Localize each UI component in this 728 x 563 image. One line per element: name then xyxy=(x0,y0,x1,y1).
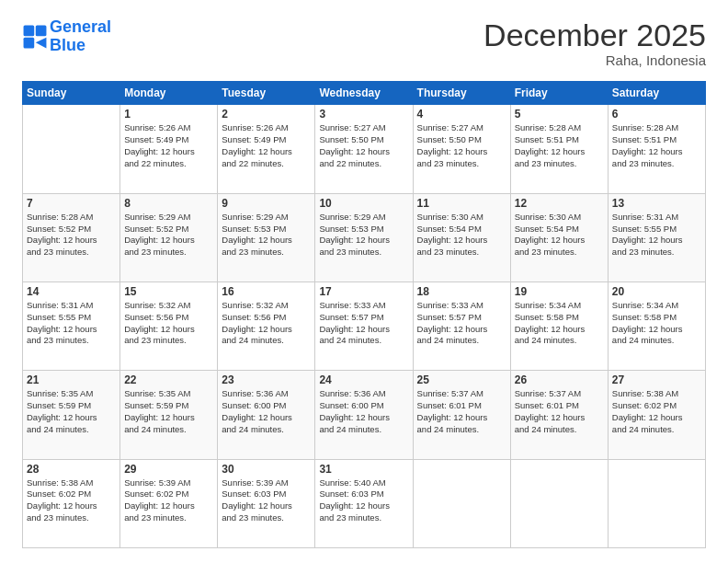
day-number: 31 xyxy=(319,463,408,476)
calendar-cell: 3Sunrise: 5:27 AM Sunset: 5:50 PM Daylig… xyxy=(315,105,413,193)
cell-sun-info: Sunrise: 5:33 AM Sunset: 5:57 PM Dayligh… xyxy=(417,300,506,347)
cell-sun-info: Sunrise: 5:29 AM Sunset: 5:52 PM Dayligh… xyxy=(124,212,213,259)
cell-sun-info: Sunrise: 5:32 AM Sunset: 5:56 PM Dayligh… xyxy=(124,300,213,347)
calendar-cell xyxy=(510,459,608,547)
day-number: 28 xyxy=(27,463,116,476)
calendar-cell: 30Sunrise: 5:39 AM Sunset: 6:03 PM Dayli… xyxy=(218,459,315,547)
cell-sun-info: Sunrise: 5:39 AM Sunset: 6:02 PM Dayligh… xyxy=(124,477,213,524)
day-number: 7 xyxy=(27,197,116,210)
cell-sun-info: Sunrise: 5:32 AM Sunset: 5:56 PM Dayligh… xyxy=(222,300,311,347)
calendar-week-1: 1Sunrise: 5:26 AM Sunset: 5:49 PM Daylig… xyxy=(23,105,706,193)
calendar-week-3: 14Sunrise: 5:31 AM Sunset: 5:55 PM Dayli… xyxy=(23,282,706,371)
calendar-cell: 26Sunrise: 5:37 AM Sunset: 6:01 PM Dayli… xyxy=(510,371,608,459)
day-number: 13 xyxy=(612,197,701,210)
cell-sun-info: Sunrise: 5:28 AM Sunset: 5:51 PM Dayligh… xyxy=(612,122,701,169)
cell-sun-info: Sunrise: 5:30 AM Sunset: 5:54 PM Dayligh… xyxy=(515,212,604,259)
cell-sun-info: Sunrise: 5:40 AM Sunset: 6:03 PM Dayligh… xyxy=(319,477,408,524)
day-number: 12 xyxy=(515,197,604,210)
day-number: 15 xyxy=(124,285,213,298)
calendar-cell: 17Sunrise: 5:33 AM Sunset: 5:57 PM Dayli… xyxy=(315,282,413,371)
cell-sun-info: Sunrise: 5:26 AM Sunset: 5:49 PM Dayligh… xyxy=(222,122,311,169)
cell-sun-info: Sunrise: 5:28 AM Sunset: 5:51 PM Dayligh… xyxy=(515,122,604,169)
cell-sun-info: Sunrise: 5:37 AM Sunset: 6:01 PM Dayligh… xyxy=(417,388,506,435)
calendar-cell: 16Sunrise: 5:32 AM Sunset: 5:56 PM Dayli… xyxy=(218,282,315,371)
calendar-cell: 25Sunrise: 5:37 AM Sunset: 6:01 PM Dayli… xyxy=(413,371,510,459)
day-number: 24 xyxy=(319,373,408,386)
day-number: 10 xyxy=(319,197,408,210)
title-block: December 2025 Raha, Indonesia xyxy=(483,18,706,68)
day-header-sunday: Sunday xyxy=(23,82,120,105)
day-header-monday: Monday xyxy=(120,82,218,105)
calendar-cell: 23Sunrise: 5:36 AM Sunset: 6:00 PM Dayli… xyxy=(218,371,315,459)
day-number: 27 xyxy=(612,373,701,386)
calendar-cell: 6Sunrise: 5:28 AM Sunset: 5:51 PM Daylig… xyxy=(608,105,705,193)
cell-sun-info: Sunrise: 5:34 AM Sunset: 5:58 PM Dayligh… xyxy=(515,300,604,347)
cell-sun-info: Sunrise: 5:39 AM Sunset: 6:03 PM Dayligh… xyxy=(222,477,311,524)
day-number: 5 xyxy=(515,108,604,121)
day-number: 11 xyxy=(417,197,506,210)
calendar-cell: 14Sunrise: 5:31 AM Sunset: 5:55 PM Dayli… xyxy=(23,282,120,371)
calendar-cell: 29Sunrise: 5:39 AM Sunset: 6:02 PM Dayli… xyxy=(120,459,218,547)
calendar-cell: 18Sunrise: 5:33 AM Sunset: 5:57 PM Dayli… xyxy=(413,282,510,371)
cell-sun-info: Sunrise: 5:27 AM Sunset: 5:50 PM Dayligh… xyxy=(417,122,506,169)
day-number: 29 xyxy=(124,463,213,476)
svg-marker-3 xyxy=(36,38,47,49)
calendar-cell: 5Sunrise: 5:28 AM Sunset: 5:51 PM Daylig… xyxy=(510,105,608,193)
cell-sun-info: Sunrise: 5:27 AM Sunset: 5:50 PM Dayligh… xyxy=(319,122,408,169)
calendar-week-4: 21Sunrise: 5:35 AM Sunset: 5:59 PM Dayli… xyxy=(23,371,706,459)
calendar-cell: 2Sunrise: 5:26 AM Sunset: 5:49 PM Daylig… xyxy=(218,105,315,193)
cell-sun-info: Sunrise: 5:36 AM Sunset: 6:00 PM Dayligh… xyxy=(222,388,311,435)
logo-text: General Blue xyxy=(50,18,111,55)
cell-sun-info: Sunrise: 5:26 AM Sunset: 5:49 PM Dayligh… xyxy=(124,122,213,169)
day-header-thursday: Thursday xyxy=(413,82,510,105)
logo-icon xyxy=(22,24,48,50)
day-number: 16 xyxy=(222,285,311,298)
day-header-friday: Friday xyxy=(510,82,608,105)
day-number: 18 xyxy=(417,285,506,298)
cell-sun-info: Sunrise: 5:34 AM Sunset: 5:58 PM Dayligh… xyxy=(612,300,701,347)
day-number: 20 xyxy=(612,285,701,298)
cell-sun-info: Sunrise: 5:28 AM Sunset: 5:52 PM Dayligh… xyxy=(27,212,116,259)
calendar-cell xyxy=(23,105,120,193)
day-number: 30 xyxy=(222,463,311,476)
calendar-table: SundayMondayTuesdayWednesdayThursdayFrid… xyxy=(22,81,706,548)
day-header-saturday: Saturday xyxy=(608,82,705,105)
calendar-cell: 31Sunrise: 5:40 AM Sunset: 6:03 PM Dayli… xyxy=(315,459,413,547)
cell-sun-info: Sunrise: 5:38 AM Sunset: 6:02 PM Dayligh… xyxy=(612,388,701,435)
calendar-cell: 15Sunrise: 5:32 AM Sunset: 5:56 PM Dayli… xyxy=(120,282,218,371)
calendar-cell: 7Sunrise: 5:28 AM Sunset: 5:52 PM Daylig… xyxy=(23,193,120,282)
cell-sun-info: Sunrise: 5:30 AM Sunset: 5:54 PM Dayligh… xyxy=(417,212,506,259)
day-number: 25 xyxy=(417,373,506,386)
cell-sun-info: Sunrise: 5:35 AM Sunset: 5:59 PM Dayligh… xyxy=(124,388,213,435)
calendar-cell: 22Sunrise: 5:35 AM Sunset: 5:59 PM Dayli… xyxy=(120,371,218,459)
calendar-header-row: SundayMondayTuesdayWednesdayThursdayFrid… xyxy=(23,82,706,105)
day-header-tuesday: Tuesday xyxy=(218,82,315,105)
cell-sun-info: Sunrise: 5:38 AM Sunset: 6:02 PM Dayligh… xyxy=(27,477,116,524)
cell-sun-info: Sunrise: 5:33 AM Sunset: 5:57 PM Dayligh… xyxy=(319,300,408,347)
calendar-cell: 19Sunrise: 5:34 AM Sunset: 5:58 PM Dayli… xyxy=(510,282,608,371)
day-number: 3 xyxy=(319,108,408,121)
cell-sun-info: Sunrise: 5:31 AM Sunset: 5:55 PM Dayligh… xyxy=(612,212,701,259)
svg-rect-2 xyxy=(24,38,35,49)
calendar-week-5: 28Sunrise: 5:38 AM Sunset: 6:02 PM Dayli… xyxy=(23,459,706,547)
day-number: 26 xyxy=(515,373,604,386)
day-number: 22 xyxy=(124,373,213,386)
calendar-cell: 27Sunrise: 5:38 AM Sunset: 6:02 PM Dayli… xyxy=(608,371,705,459)
svg-rect-1 xyxy=(36,25,47,36)
day-number: 4 xyxy=(417,108,506,121)
location: Raha, Indonesia xyxy=(483,52,706,68)
day-number: 14 xyxy=(27,285,116,298)
day-number: 2 xyxy=(222,108,311,121)
calendar-cell: 11Sunrise: 5:30 AM Sunset: 5:54 PM Dayli… xyxy=(413,193,510,282)
calendar-cell: 9Sunrise: 5:29 AM Sunset: 5:53 PM Daylig… xyxy=(218,193,315,282)
day-number: 19 xyxy=(515,285,604,298)
logo-blue: Blue xyxy=(50,36,85,54)
page: General Blue December 2025 Raha, Indones… xyxy=(0,0,728,563)
day-number: 23 xyxy=(222,373,311,386)
calendar-cell: 12Sunrise: 5:30 AM Sunset: 5:54 PM Dayli… xyxy=(510,193,608,282)
day-number: 17 xyxy=(319,285,408,298)
cell-sun-info: Sunrise: 5:37 AM Sunset: 6:01 PM Dayligh… xyxy=(515,388,604,435)
calendar-cell: 10Sunrise: 5:29 AM Sunset: 5:53 PM Dayli… xyxy=(315,193,413,282)
calendar-cell: 20Sunrise: 5:34 AM Sunset: 5:58 PM Dayli… xyxy=(608,282,705,371)
day-number: 8 xyxy=(124,197,213,210)
